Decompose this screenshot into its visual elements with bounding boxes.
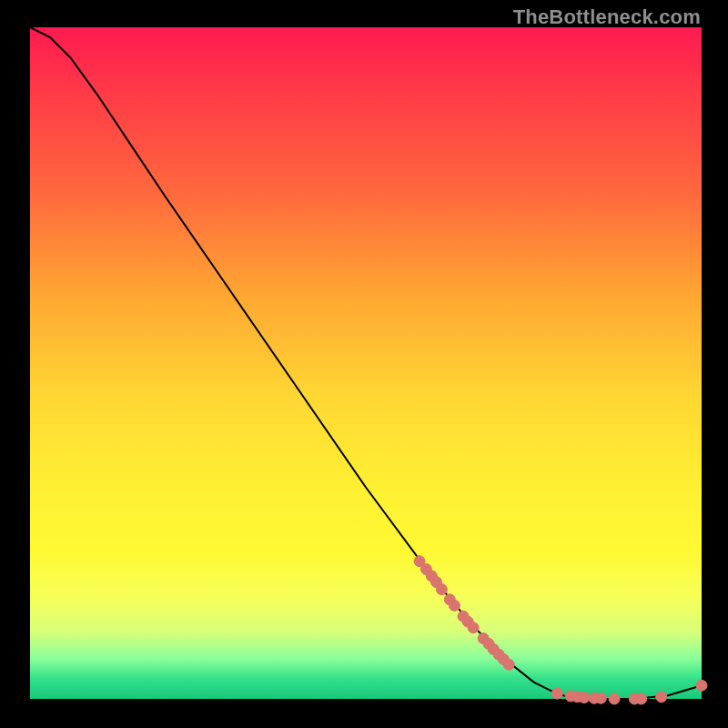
data-dot xyxy=(656,692,667,703)
chart-overlay xyxy=(30,27,702,699)
data-dot xyxy=(449,600,460,611)
data-dot xyxy=(436,584,447,595)
data-dot xyxy=(636,693,647,704)
data-dot xyxy=(579,693,590,703)
data-dot xyxy=(503,659,514,670)
data-dot xyxy=(696,680,707,691)
data-dot xyxy=(595,693,606,703)
bottleneck-curve xyxy=(30,27,702,699)
data-dot xyxy=(609,693,620,704)
data-dot xyxy=(468,622,479,633)
watermark-text: TheBottleneck.com xyxy=(513,5,701,29)
data-dot xyxy=(551,688,562,699)
